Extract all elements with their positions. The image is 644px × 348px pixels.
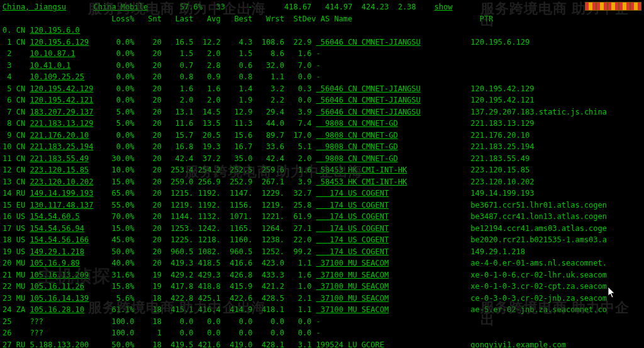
hop-avg: 1192. (194, 189, 221, 198)
hop-loss: 5.0% (103, 119, 135, 128)
hop-loss: 100.0 (103, 317, 135, 326)
hop-ip: 120.195.6.0 (30, 26, 79, 35)
hop-country: MU (16, 294, 30, 303)
hop-wrst: 418.1 (252, 305, 284, 314)
hop-stdev: 1.1 (284, 305, 311, 314)
hop-loss: 30.0% (103, 154, 135, 163)
hop-best: 15.6 (221, 131, 253, 140)
table-row: 7 CN 183.207.29.137 5.0% 20 13.1 14.5 12… (3, 106, 641, 118)
hop-number: 1 (3, 38, 11, 47)
hop-wrst: 108.6 (252, 38, 284, 47)
hop-number: 0. (3, 26, 11, 35)
table-row: 3 10.41.0.1 0.0% 20 0.7 2.8 0.6 32.0 7.0… (3, 60, 641, 72)
hop-ip: 154.54.60.5 (30, 212, 79, 221)
hop-last: 15.7 (162, 131, 194, 140)
hop-snt: 18 (135, 317, 162, 326)
hop-loss: 45.0% (103, 235, 135, 244)
hop-best: 1147. (221, 189, 253, 198)
hop-wrst: 267.1 (252, 177, 284, 186)
hop-ptr: 120.195.42.121 (470, 96, 534, 104)
hop-ip: 221.183.13.129 (30, 119, 93, 128)
hop-stdev: 0.3 (284, 84, 311, 93)
hop-as: 174 US COGENT (316, 212, 389, 221)
hop-last: 0.7 (162, 61, 194, 70)
header-stdev: 2.38 (398, 3, 416, 11)
hop-best: 1165. (221, 224, 253, 233)
hop-loss: 70.0% (103, 212, 135, 221)
hop-last: 11.6 (162, 119, 194, 128)
hop-last: 253.4 (162, 166, 194, 174)
hop-ptr: be3487.ccr41.lon13.atlas.cogen (470, 212, 607, 221)
header-avg: 414.97 (325, 3, 352, 11)
table-row: 8 CN 221.183.13.129 5.0% 20 11.6 13.5 11… (3, 118, 641, 130)
hop-wrst: 1229. (252, 189, 284, 198)
hop-best: 1.5 (221, 49, 253, 58)
table-row: 0. CN 120.195.6.0 (3, 25, 641, 36)
hop-as: 174 US COGENT (316, 189, 389, 198)
hop-stdev: 1.6 (284, 166, 311, 174)
hop-avg: 418.8 (194, 282, 221, 291)
hop-loss: 15.8% (103, 282, 135, 291)
hop-best: 12.9 (221, 108, 253, 116)
table-row: 9 CN 221.176.20.10 0.0% 20 15.7 20.5 15.… (3, 130, 641, 142)
hop-as: 56046 CN CMNET-JIANGSU (316, 84, 421, 93)
table-row: 23 MU 105.16.14.139 5.6% 18 422.8 425.1 … (3, 293, 641, 305)
hop-country: ZA (16, 305, 30, 314)
hop-wrst: 8.6 (252, 49, 284, 58)
hop-snt: 20 (135, 142, 162, 151)
hop-wrst: 1221. (252, 212, 284, 221)
hop-stdev: 61.9 (284, 212, 311, 221)
hop-wrst: 3.2 (252, 84, 284, 93)
hop-ptr: 137.29.207.183.static.js.china (470, 108, 607, 116)
hop-snt: 19 (135, 271, 162, 279)
hop-last: 0.0 (162, 317, 194, 326)
hop-stdev: 22.0 (284, 235, 311, 244)
hop-stdev: 2.0 (284, 154, 311, 163)
hop-stdev: 0.0 (284, 328, 311, 337)
hop-wrst: 428.1 (252, 340, 284, 349)
hop-country: CN (16, 96, 30, 104)
flag-strip (585, 2, 641, 11)
hop-best: 16.7 (221, 142, 253, 151)
table-row: 17 US 154.54.56.94 15.0% 20 1253. 1242. … (3, 223, 641, 235)
header-action-show[interactable]: show (434, 3, 452, 11)
hop-wrst: 259.6 (252, 166, 284, 174)
hop-ip: 5.188.133.200 (30, 340, 89, 349)
hop-wrst: 433.3 (252, 271, 284, 279)
hop-last: 419.5 (162, 340, 194, 349)
hop-last: 1225. (162, 235, 194, 244)
hop-number: 7 (3, 108, 11, 116)
hop-stdev: 1.6 (284, 49, 311, 58)
hop-country: CN (16, 142, 30, 151)
table-row: 24 ZA 105.16.28.10 61.1% 18 415.1 416.4 … (3, 304, 641, 316)
hop-best: 1071. (221, 212, 253, 221)
hop-avg: 421.6 (194, 340, 221, 349)
hop-avg: 256.9 (194, 177, 221, 186)
hop-loss: 61.1% (103, 305, 135, 314)
hop-country: CN (16, 108, 30, 116)
hop-best: 0.8 (221, 72, 253, 81)
hop-last: 259.0 (162, 177, 194, 186)
hop-ip: 10.10.87.1 (30, 49, 75, 58)
hop-wrst: 44.0 (252, 119, 284, 128)
hop-best: 426.8 (221, 271, 253, 279)
hop-as: 174 US COGENT (316, 201, 389, 210)
hop-last: 13.1 (162, 108, 194, 116)
hop-as: 174 US COGENT (316, 247, 389, 256)
hop-as: 37100 MU SEACOM (316, 271, 389, 279)
hop-snt: 18 (135, 340, 162, 349)
hop-avg: 254.2 (194, 166, 221, 174)
hop-last: 16.5 (162, 38, 194, 47)
hop-as: 37100 MU SEACOM (316, 282, 389, 291)
hop-country (16, 328, 30, 337)
header-location: China, Jiangsu (3, 3, 66, 11)
hop-snt: 20 (135, 131, 162, 140)
hop-wrst: 42.4 (252, 154, 284, 163)
hop-ip: ??? (30, 317, 103, 326)
hop-ip: 221.183.55.49 (30, 154, 89, 163)
hop-ptr: 223.120.15.85 (470, 166, 530, 174)
hop-wrst: 2.2 (252, 96, 284, 104)
hop-avg: 1132. (194, 212, 221, 221)
hop-ip: 221.176.20.10 (30, 131, 89, 140)
hop-avg: 19.3 (194, 142, 221, 151)
